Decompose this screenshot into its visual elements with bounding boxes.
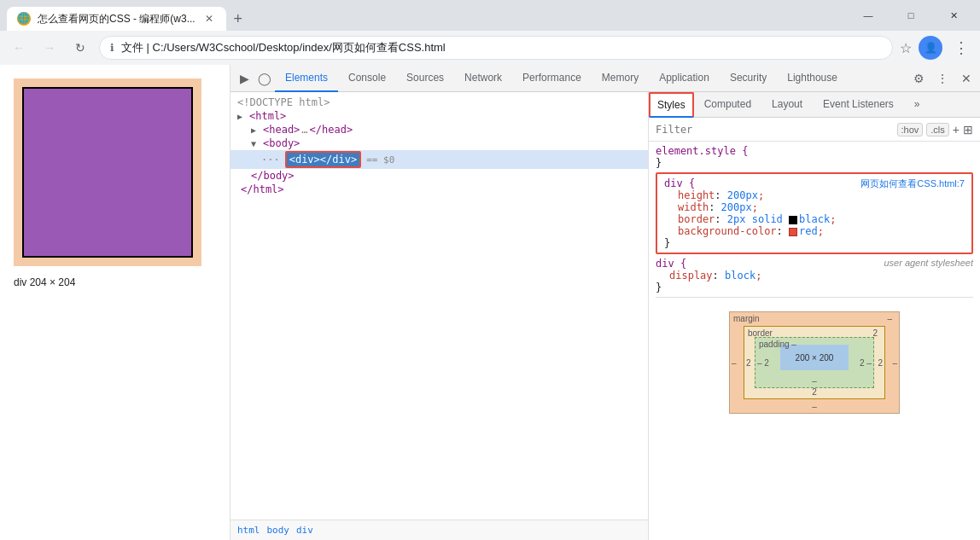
tab-title: 怎么查看网页的CSS - 编程师(w3... [38, 12, 195, 26]
cls-button[interactable]: .cls [926, 123, 949, 136]
forward-button[interactable]: → [38, 36, 61, 60]
subtab-more[interactable]: » [904, 92, 930, 118]
height-prop: height [678, 189, 715, 201]
breadcrumb-div[interactable]: div [296, 525, 313, 536]
expand-icon[interactable]: ⊞ [963, 123, 973, 136]
bookmark-button[interactable]: ☆ [900, 40, 912, 56]
menu-button[interactable]: ⋮ [949, 36, 973, 60]
breadcrumb-html[interactable]: html [237, 525, 260, 536]
window-controls: — □ ✕ [849, 3, 973, 28]
padding-label: padding – [759, 340, 796, 349]
div-close-brace: } [664, 237, 670, 249]
security-icon: ℹ [110, 42, 114, 54]
minimize-button[interactable]: — [849, 3, 888, 28]
css-height: height: 200px; [664, 189, 965, 201]
margin-left-dash: – [732, 358, 737, 368]
padding-left-side: – 2 [757, 358, 769, 368]
subtab-layout[interactable]: Layout [761, 92, 813, 118]
ua-stylesheet-label: user agent stylesheet [884, 258, 973, 268]
element-picker-button[interactable]: ▶ [234, 68, 254, 89]
device-toggle-button[interactable]: ◯ [254, 68, 275, 89]
margin-layer: margin – – – – border 2 2 [729, 311, 900, 414]
user-agent-rule: div { user agent stylesheet display: blo… [656, 258, 973, 293]
tab-favicon: 🌐 [17, 12, 31, 26]
dom-html-close: </html> [230, 183, 648, 196]
padding-layer: padding – – – 2 2 – 200 × 200 [755, 337, 874, 388]
close-button[interactable]: ✕ [934, 3, 973, 28]
doctype-text: <!DOCTYPE html> [237, 96, 330, 108]
new-tab-button[interactable]: + [226, 7, 250, 31]
address-bar: ← → ↻ ℹ 文件 | C:/Users/W3Cschool/Desktop/… [0, 31, 980, 65]
tab-security[interactable]: Security [720, 65, 777, 92]
subtab-event-listeners[interactable]: Event Listeners [813, 92, 904, 118]
ua-close-brace: } [656, 282, 662, 293]
bg-color-prop: background-color [678, 225, 777, 237]
dom-dots: ··· [261, 154, 280, 165]
devtools-toolbar: ▶ ◯ Elements Console Sources Network Per… [230, 65, 980, 92]
profile-button[interactable]: 👤 [919, 36, 942, 60]
tab-performance[interactable]: Performance [512, 65, 592, 92]
margin-right-dash: – [892, 358, 897, 368]
styles-subtabs: Styles Computed Layout Event Listeners » [649, 92, 980, 118]
width-value: 200px [721, 201, 752, 213]
display-prop: display [669, 270, 713, 282]
devtools-more-button[interactable]: ⋮ [932, 68, 953, 89]
address-field[interactable]: ℹ 文件 | C:/Users/W3Cschool/Desktop/index/… [99, 36, 893, 60]
tab-network[interactable]: Network [454, 65, 512, 92]
back-button[interactable]: ← [7, 36, 31, 60]
tab-elements[interactable]: Elements [275, 65, 338, 92]
div-highlighted: <div></div> [285, 151, 361, 168]
tab-application[interactable]: Application [649, 65, 720, 92]
subtab-styles[interactable]: Styles [649, 92, 694, 118]
dom-body-close: </body> [230, 169, 648, 183]
border-left-val: 2 [746, 358, 751, 368]
element-style-close: } [656, 157, 973, 169]
border-value: 2px solid [727, 213, 789, 225]
border-color-swatch[interactable] [789, 216, 797, 224]
tab-close-button[interactable]: ✕ [202, 12, 216, 26]
dom-html: ▶ <html> [230, 109, 648, 123]
refresh-button[interactable]: ↻ [68, 36, 92, 60]
tab-sources[interactable]: Sources [396, 65, 454, 92]
styles-filter: :hov .cls + ⊞ [649, 118, 980, 142]
padding-right-side: 2 – [860, 358, 872, 368]
breadcrumb-body[interactable]: body [267, 525, 290, 536]
div-rule-close: } [664, 237, 965, 249]
dom-doctype: <!DOCTYPE html> [230, 96, 648, 109]
maximize-button[interactable]: □ [891, 3, 930, 28]
main-area: div 204 × 204 ▶ ◯ Elements Console Sourc… [0, 65, 980, 540]
tab-memory[interactable]: Memory [592, 65, 649, 92]
css-border: border: 2px solid black; [664, 213, 965, 225]
margin-top-dash: – [887, 314, 892, 323]
dom-div[interactable]: ··· <div></div> == $0 [230, 150, 648, 169]
tab-lighthouse[interactable]: Lighthouse [777, 65, 848, 92]
dom-equals: == $0 [366, 154, 394, 165]
element-style-rule: element.style { } [656, 145, 973, 169]
body-open-tag: <body> [263, 137, 300, 149]
devtools-settings-button[interactable]: ⚙ [908, 68, 929, 89]
box-model: margin – – – – border 2 2 [656, 297, 973, 427]
breadcrumb: html body div [230, 520, 648, 540]
styles-panel: Styles Computed Layout Event Listeners »… [649, 92, 980, 540]
border-color-text: black [799, 213, 830, 225]
filter-input[interactable] [656, 124, 890, 136]
box-model-diagram: margin – – – – border 2 2 [669, 311, 960, 414]
html-arrow[interactable]: ▶ [237, 112, 248, 121]
padding-bottom: – [812, 376, 817, 386]
add-style-button[interactable]: + [953, 123, 960, 136]
tab-console[interactable]: Console [338, 65, 396, 92]
html-tag: <html> [249, 110, 286, 122]
hov-button[interactable]: :hov [897, 123, 924, 136]
body-arrow[interactable]: ▼ [251, 139, 261, 148]
filter-right: :hov .cls + ⊞ [897, 123, 973, 136]
head-ellipsis: … [301, 124, 307, 136]
browser-tab[interactable]: 🌐 怎么查看网页的CSS - 编程师(w3... ✕ [7, 7, 226, 31]
css-source-link[interactable]: 网页如何查看CSS.html:7 [860, 177, 965, 190]
address-text: 文件 | C:/Users/W3Cschool/Desktop/index/网页… [121, 40, 882, 55]
subtab-computed[interactable]: Computed [694, 92, 761, 118]
bg-color-swatch[interactable] [789, 228, 797, 236]
head-arrow[interactable]: ▶ [251, 125, 261, 135]
devtools-panel: ▶ ◯ Elements Console Sources Network Per… [230, 65, 980, 540]
devtools-close-button[interactable]: ✕ [956, 68, 977, 89]
border-layer: border 2 2 2 2 padding – – [744, 326, 885, 399]
